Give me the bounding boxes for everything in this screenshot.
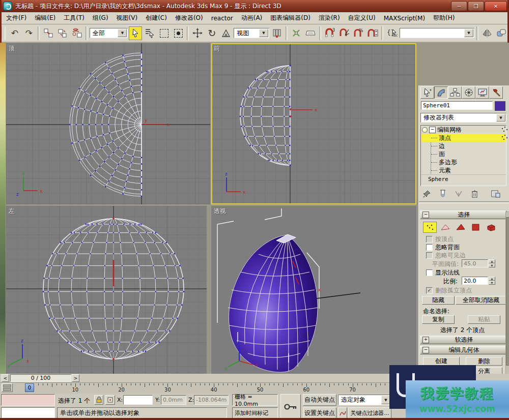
checkbox-icon[interactable] bbox=[426, 269, 433, 276]
z-coordinate-field[interactable]: -108.064m bbox=[194, 395, 229, 405]
stack-item-sphere[interactable]: Sphere bbox=[421, 174, 506, 183]
selection-set-dropdown[interactable]: 选定对象 ▼ bbox=[338, 395, 391, 405]
menu-edit[interactable]: 编辑(E) bbox=[31, 12, 60, 24]
ignore-backfacing-checkbox-row[interactable]: 忽略背面 bbox=[426, 243, 460, 252]
face-mode-button[interactable] bbox=[454, 222, 467, 233]
make-unique-button[interactable] bbox=[453, 189, 465, 198]
checkbox-icon[interactable] bbox=[426, 236, 433, 243]
menu-modifiers[interactable]: 修改器(O) bbox=[171, 12, 207, 24]
checkbox-icon[interactable] bbox=[426, 244, 433, 251]
delete-button[interactable]: 删除 bbox=[466, 357, 502, 366]
tab-motion[interactable] bbox=[462, 86, 475, 99]
soft-selection-rollout-header[interactable]: + 软选择 bbox=[420, 336, 506, 344]
menu-graph-editors[interactable]: 图表编辑器(D) bbox=[266, 12, 315, 24]
mirror-button[interactable] bbox=[480, 26, 494, 40]
unlink-selection-button[interactable] bbox=[56, 26, 69, 40]
spinner-up-icon[interactable]: ▲ bbox=[489, 277, 495, 281]
viewport-front[interactable]: 前 xzx bbox=[211, 43, 416, 204]
collapse-icon[interactable]: − bbox=[429, 127, 436, 133]
menu-file[interactable]: 文件(F) bbox=[2, 12, 31, 24]
vertex-mode-button[interactable] bbox=[423, 222, 437, 233]
time-slider[interactable]: 0 bbox=[25, 383, 34, 392]
planar-threshold-field[interactable]: 45.0 bbox=[462, 259, 488, 267]
pin-stack-button[interactable] bbox=[421, 189, 433, 198]
tab-display[interactable] bbox=[475, 86, 489, 99]
stack-item-edit-mesh[interactable]: − 编辑网格 bbox=[421, 126, 506, 134]
select-and-move-button[interactable] bbox=[191, 26, 204, 40]
menu-create[interactable]: 创建(C) bbox=[142, 12, 171, 24]
hide-button[interactable]: 隐藏 bbox=[422, 296, 455, 305]
window-crossing-button[interactable] bbox=[172, 26, 185, 40]
selection-lock-button[interactable] bbox=[94, 395, 103, 405]
select-and-scale-button[interactable] bbox=[219, 26, 233, 40]
selection-filter-dropdown[interactable]: 全部 ▼ bbox=[90, 28, 128, 38]
set-key-mode-button[interactable] bbox=[280, 394, 301, 419]
menu-tools[interactable]: 工具(T) bbox=[60, 12, 89, 24]
stack-item-polygon[interactable]: 多边形 bbox=[421, 158, 506, 166]
key-curve-toggle-button[interactable] bbox=[338, 407, 347, 419]
object-color-swatch[interactable] bbox=[495, 101, 505, 111]
maxscript-mini-listener-pink[interactable] bbox=[1, 394, 55, 406]
close-button[interactable]: ✕ bbox=[485, 1, 507, 11]
show-end-result-button[interactable] bbox=[437, 189, 449, 198]
scrollbar-thumb[interactable] bbox=[506, 217, 509, 366]
delete-isolated-checkbox-row[interactable]: ✓ 删除孤立顶点 bbox=[426, 286, 472, 295]
menu-maxscript[interactable]: MAXScript(M) bbox=[380, 13, 429, 23]
redo-button[interactable]: ↷ bbox=[22, 26, 36, 40]
named-selection-dropdown[interactable]: ▼ bbox=[400, 28, 474, 38]
object-name-field[interactable]: Sphere01 bbox=[421, 101, 493, 110]
align-button[interactable] bbox=[495, 26, 508, 40]
remove-modifier-button[interactable] bbox=[468, 189, 480, 198]
paste-button[interactable]: 粘贴 bbox=[468, 315, 500, 324]
auto-key-button[interactable]: 自动关键点 bbox=[303, 394, 336, 406]
prev-frame-button[interactable]: < bbox=[2, 374, 9, 382]
next-frame-button[interactable]: > bbox=[72, 374, 79, 382]
viewport-top[interactable]: 顶 xyyxz bbox=[6, 43, 210, 204]
select-by-name-button[interactable] bbox=[143, 26, 156, 40]
copy-button[interactable]: 复制 bbox=[422, 315, 455, 324]
ignore-visible-edges-checkbox-row[interactable]: 忽略可见边 bbox=[426, 251, 466, 260]
add-time-tag[interactable]: 添加时间标记 bbox=[232, 407, 278, 419]
stack-item-face[interactable]: 面 bbox=[421, 150, 506, 158]
reference-coordsys-dropdown[interactable]: 视图 ▼ bbox=[234, 28, 269, 38]
polygon-mode-button[interactable] bbox=[469, 222, 483, 233]
menu-reactor[interactable]: reactor bbox=[207, 13, 237, 23]
angle-snap-button[interactable] bbox=[337, 26, 351, 40]
edge-mode-button[interactable] bbox=[438, 222, 452, 233]
stack-item-element[interactable]: 元素 bbox=[421, 166, 506, 174]
use-pivot-center-button[interactable] bbox=[270, 26, 284, 40]
named-selection-sets-button[interactable]: {}ABC bbox=[385, 26, 399, 40]
menu-customize[interactable]: 自定义(U) bbox=[344, 12, 380, 24]
open-mini-curve-editor-button[interactable] bbox=[2, 383, 13, 392]
y-coordinate-field[interactable]: 0.0mm bbox=[161, 395, 186, 405]
create-button[interactable]: 创建 bbox=[423, 357, 460, 366]
tab-hierarchy[interactable] bbox=[448, 86, 462, 99]
by-vertex-checkbox-row[interactable]: 按顶点 bbox=[426, 235, 454, 244]
scale-field[interactable]: 20.0 bbox=[462, 277, 488, 285]
scale-spinner[interactable]: ▲▼ bbox=[489, 277, 495, 285]
select-and-link-button[interactable] bbox=[42, 26, 55, 40]
menu-rendering[interactable]: 渲染(R) bbox=[315, 12, 344, 24]
element-mode-button[interactable] bbox=[484, 222, 498, 233]
modifier-list-dropdown[interactable]: 修改器列表 ▼ bbox=[420, 113, 506, 123]
select-and-manipulate-button[interactable] bbox=[290, 26, 303, 40]
x-coordinate-field[interactable] bbox=[123, 395, 153, 405]
spinner-up-icon[interactable]: ▲ bbox=[489, 259, 495, 263]
undo-button[interactable]: ↶ bbox=[8, 26, 21, 40]
key-filters-button[interactable]: 关键点过滤器... bbox=[348, 407, 391, 419]
rectangular-selection-region-button[interactable] bbox=[157, 26, 171, 40]
set-key-button[interactable]: 设置关键点 bbox=[303, 407, 336, 419]
selection-rollout-header[interactable]: − 选择 bbox=[420, 211, 506, 219]
configure-modifier-sets-button[interactable] bbox=[489, 189, 502, 198]
keyboard-override-button[interactable] bbox=[304, 26, 317, 40]
viewport-left[interactable]: 左 zyx bbox=[6, 206, 207, 374]
select-object-button[interactable] bbox=[129, 26, 142, 40]
minimize-button[interactable]: ─ bbox=[451, 1, 467, 11]
stack-item-vertex[interactable]: 顶点 bbox=[421, 134, 506, 142]
snap-toggle-3d-button[interactable]: 3 bbox=[323, 26, 336, 40]
maximize-button[interactable]: ❐ bbox=[468, 1, 484, 11]
bulb-icon[interactable] bbox=[422, 127, 428, 133]
tab-modify[interactable] bbox=[434, 86, 448, 99]
spinner-down-icon[interactable]: ▼ bbox=[489, 281, 495, 285]
planar-threshold-spinner[interactable]: ▲▼ bbox=[489, 259, 495, 267]
